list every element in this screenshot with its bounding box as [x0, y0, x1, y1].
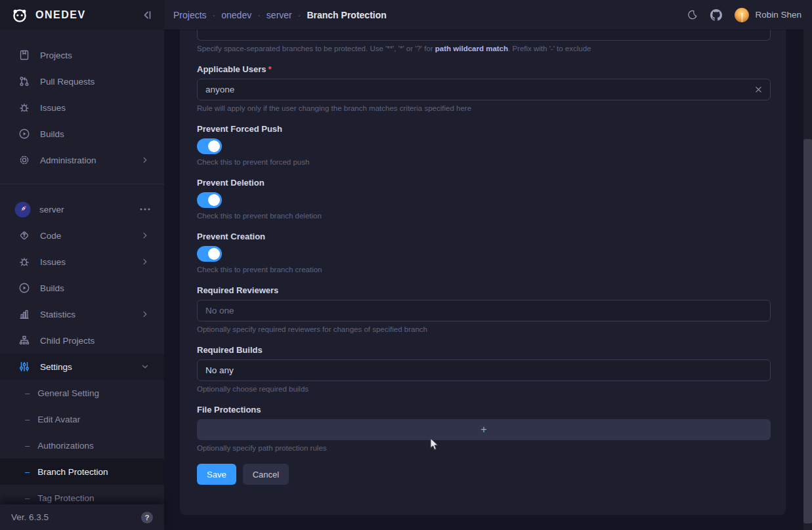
applicable-users-label-text: Applicable Users [197, 64, 267, 74]
applicable-users-input[interactable]: anyone [197, 79, 771, 100]
breadcrumb-separator: · [257, 10, 261, 20]
required-reviewers-input[interactable]: No one [197, 300, 771, 321]
main-content: Specify space-separated branches to be p… [164, 30, 812, 530]
sidebar-item-label: Settings [40, 362, 72, 372]
sidebar-item-code[interactable]: Code [0, 222, 164, 249]
required-builds-label: Required Builds [197, 345, 771, 355]
sidebar-item-label: Pull Requests [40, 77, 95, 87]
sidebar-item-label: Statistics [40, 310, 75, 319]
git-branch-icon [18, 230, 30, 241]
chevron-right-icon [140, 257, 150, 266]
sidebar-item-child-projects[interactable]: Child Projects [0, 327, 164, 354]
required-builds-value: No any [205, 365, 234, 375]
prevent-forced-push-toggle[interactable] [197, 138, 222, 154]
hierarchy-icon [18, 335, 30, 346]
add-file-protection-button[interactable]: + [197, 419, 771, 440]
sidebar-collapse-icon[interactable] [142, 9, 154, 21]
sidebar-item-pull-requests[interactable]: Pull Requests [0, 68, 164, 94]
sidebar-subitem-general-setting[interactable]: – General Setting [0, 380, 164, 406]
branches-input[interactable] [197, 30, 771, 41]
chevron-right-icon [140, 155, 150, 165]
prevent-creation-help: Check this to prevent branch creation [197, 266, 771, 274]
onedev-logo-icon[interactable] [11, 7, 28, 24]
brand-header: ONEDEV [0, 0, 164, 30]
chevron-right-icon [140, 231, 150, 240]
required-reviewers-label: Required Reviewers [197, 285, 771, 295]
project-name: server [39, 205, 64, 214]
pull-request-icon [18, 75, 30, 87]
sidebar-subitem-label: Branch Protection [37, 467, 108, 477]
plus-icon: + [481, 424, 486, 436]
sidebar-item-statistics[interactable]: Statistics [0, 301, 164, 327]
dash-bullet-icon: – [25, 467, 30, 477]
branches-help: Specify space-separated branches to be p… [197, 45, 771, 52]
dark-mode-moon-icon[interactable] [687, 9, 698, 20]
breadcrumb-server[interactable]: server [267, 10, 292, 20]
required-reviewers-placeholder: No one [205, 306, 234, 316]
sidebar-subitem-authorizations[interactable]: – Authorizations [0, 432, 164, 459]
sidebar-subitem-label: General Setting [37, 388, 99, 398]
sidebar-item-project-builds[interactable]: Builds [0, 275, 164, 301]
cancel-button[interactable]: Cancel [243, 464, 289, 485]
file-protections-help: Optionally specify path protection rules [197, 444, 771, 452]
dash-bullet-icon: – [25, 388, 30, 398]
sidebar: ONEDEV Projects Pull Requests Issues [0, 0, 164, 530]
chevron-down-icon [140, 362, 150, 371]
clear-icon[interactable] [755, 86, 762, 93]
sidebar-main-nav: Projects Pull Requests Issues Builds Adm… [0, 30, 164, 173]
sidebar-item-label: Builds [40, 283, 64, 293]
applicable-users-value: anyone [205, 85, 234, 94]
sidebar-item-builds[interactable]: Builds [0, 121, 164, 147]
sidebar-item-project-issues[interactable]: Issues [0, 249, 164, 275]
project-switcher[interactable]: server [0, 196, 164, 222]
prevent-deletion-help: Check this to prevent branch deletion [197, 212, 771, 220]
chevron-right-icon [140, 310, 150, 319]
path-wildcard-match-link[interactable]: path wildcard match [435, 45, 508, 52]
sidebar-item-label: Child Projects [40, 336, 95, 346]
sidebar-item-label: Projects [40, 51, 72, 60]
dash-bullet-icon: – [25, 441, 30, 451]
sidebar-item-projects[interactable]: Projects [0, 42, 164, 68]
sliders-icon [18, 361, 30, 373]
required-asterisk: * [268, 64, 272, 74]
sidebar-subitem-label: Edit Avatar [37, 415, 80, 424]
branch-protection-form: Specify space-separated branches to be p… [180, 30, 786, 515]
more-options-icon[interactable] [139, 207, 151, 211]
scrollbar-track[interactable] [803, 30, 812, 530]
required-builds-help: Optionally choose required builds [197, 385, 771, 393]
play-circle-icon [18, 282, 30, 294]
save-button[interactable]: Save [197, 464, 236, 485]
sidebar-subitem-edit-avatar[interactable]: – Edit Avatar [0, 406, 164, 432]
toggle-knob [208, 140, 220, 152]
form-actions: Save Cancel [197, 464, 771, 485]
sidebar-subitem-branch-protection[interactable]: – Branch Protection [0, 459, 164, 485]
brand-name: ONEDEV [35, 9, 86, 21]
prevent-creation-toggle[interactable] [197, 246, 222, 262]
sidebar-item-label: Administration [40, 155, 96, 165]
applicable-users-label: Applicable Users* [197, 64, 771, 74]
branches-help-post: . Prefix with '-' to exclude [508, 45, 591, 52]
prevent-forced-push-help: Check this to prevent forced push [197, 158, 771, 166]
sidebar-item-settings[interactable]: Settings [0, 354, 164, 380]
breadcrumb-onedev[interactable]: onedev [221, 10, 251, 20]
prevent-forced-push-label: Prevent Forced Push [197, 124, 771, 134]
sidebar-item-administration[interactable]: Administration [0, 147, 164, 173]
help-icon[interactable]: ? [141, 512, 153, 523]
sidebar-subitem-label: Tag Protection [37, 493, 94, 503]
prevent-deletion-toggle[interactable] [197, 192, 222, 208]
page-title: Branch Protection [307, 10, 386, 20]
breadcrumb-separator: · [213, 10, 216, 20]
sidebar-project-section: server Code Issues [0, 184, 164, 511]
required-builds-input[interactable]: No any [197, 359, 771, 381]
sidebar-item-label: Issues [40, 257, 66, 267]
topbar: Projects · onedev · server · Branch Prot… [164, 0, 812, 30]
sidebar-subitem-label: Authorizations [37, 441, 94, 451]
github-icon[interactable] [710, 9, 722, 21]
branches-help-pre: Specify space-separated branches to be p… [197, 45, 435, 52]
prevent-creation-label: Prevent Creation [197, 232, 771, 241]
breadcrumb-projects[interactable]: Projects [173, 10, 207, 20]
user-avatar[interactable] [735, 8, 749, 22]
scrollbar-thumb[interactable] [803, 139, 812, 523]
sidebar-item-issues[interactable]: Issues [0, 94, 164, 121]
user-name[interactable]: Robin Shen [755, 10, 801, 20]
